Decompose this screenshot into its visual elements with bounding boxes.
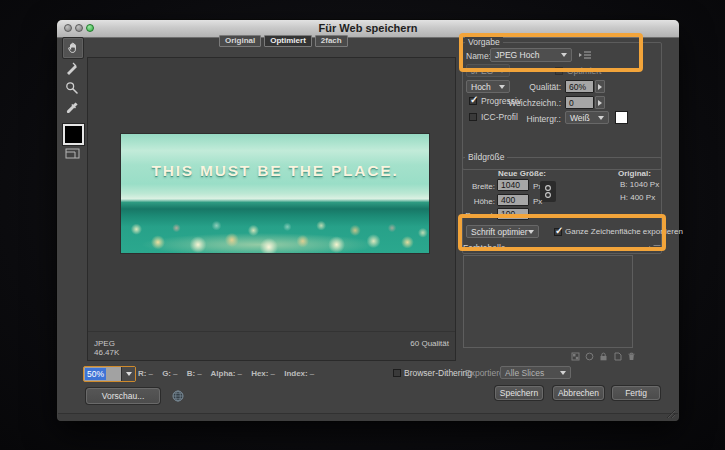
panel-menu-icon (649, 244, 661, 252)
preset-panel-menu-button[interactable] (578, 50, 592, 60)
readout-index-value: – (310, 369, 314, 378)
exportieren-select[interactable]: Alle Slices (500, 366, 571, 379)
status-divider (88, 331, 455, 332)
new-size-label: Neue Größe: (498, 169, 546, 178)
preview-tabs: Original Optimiert 2fach (219, 35, 348, 47)
matte-value: Weiß (566, 113, 598, 123)
fertig-button[interactable]: Fertig (612, 386, 660, 400)
new-color-icon[interactable] (613, 352, 622, 361)
export-artboard-label: Ganze Zeichenfläche exportieren (565, 227, 683, 236)
preset-name-select[interactable]: JPEG Hoch (490, 48, 572, 62)
farbtabelle-panel-menu-button[interactable] (649, 244, 661, 252)
percent-input[interactable]: 100 (497, 208, 529, 220)
readout-b-value: – (197, 369, 201, 378)
window-footer (58, 413, 678, 421)
zoom-dropdown-arrow[interactable] (121, 367, 135, 381)
tab-2fach[interactable]: 2fach (315, 35, 348, 47)
readout-alpha-value: – (237, 369, 241, 378)
eyedropper-icon (65, 101, 79, 115)
preview-image[interactable]: THIS MUST BE THE PLACE. (121, 134, 429, 253)
window-title: Für Web speichern (57, 22, 679, 34)
format-value: JPEG (467, 66, 499, 76)
optimized-checkbox[interactable] (555, 67, 563, 75)
slice-select-icon (65, 61, 79, 75)
foreground-color-swatch[interactable] (63, 124, 84, 145)
readout-g-label: G: (162, 369, 171, 378)
blur-slider-button[interactable] (595, 96, 605, 109)
percent-label: Prozent: (451, 211, 495, 220)
readout-r-value: – (148, 369, 152, 378)
blur-label: Weichzeichn.: (462, 98, 561, 108)
quality-label: Qualität: (482, 82, 561, 92)
farbtabelle-label: Farbtabelle (463, 243, 506, 253)
format-select[interactable]: JPEG (466, 64, 510, 77)
lock-color-icon[interactable] (599, 352, 608, 361)
blur-input[interactable]: 0 (565, 96, 594, 109)
format-readout: JPEG (94, 339, 115, 348)
browser-dithering-checkbox[interactable] (393, 369, 401, 377)
export-artboard-checkbox[interactable]: ✓ (554, 228, 562, 236)
preset-name-value: JPEG Hoch (491, 50, 561, 60)
hand-icon (67, 42, 80, 55)
matte-select[interactable]: Weiß (565, 111, 609, 124)
height-input[interactable]: 400 (497, 194, 529, 206)
color-table[interactable] (463, 255, 633, 348)
original-width-readout: B: 1040 Px (620, 180, 659, 189)
bildgroesse-group-label: Bildgröße (465, 152, 507, 162)
abbrechen-button[interactable]: Abbrechen (553, 386, 604, 400)
preset-name-label: Name: (466, 51, 491, 61)
quality-slider-button[interactable] (595, 80, 605, 93)
titlebar[interactable]: Für Web speichern (57, 20, 679, 38)
tab-optimiert[interactable]: Optimiert (264, 35, 312, 47)
hand-tool-button[interactable] (62, 37, 84, 59)
panel-menu-icon (578, 50, 592, 60)
browser-dithering-label: Browser-Dithering (404, 368, 472, 378)
constrain-proportions-toggle[interactable] (540, 181, 556, 202)
original-size-label: Original: (618, 169, 651, 178)
readout-r-label: R: (138, 369, 146, 378)
zoom-level-select[interactable]: 50% (83, 366, 136, 382)
save-for-web-dialog: Für Web speichern Original Optimiert 2fa… (57, 20, 679, 421)
readout-index-label: Index: (284, 369, 308, 378)
height-label: Höhe: (455, 197, 495, 206)
delete-color-icon[interactable] (627, 352, 636, 361)
optimized-preview-panel[interactable]: THIS MUST BE THE PLACE. JPEG 46.47K 60 Q… (87, 57, 456, 361)
toggle-slices-button[interactable] (65, 148, 80, 159)
tab-original[interactable]: Original (219, 35, 261, 47)
vorschau-button[interactable]: Vorschau... (86, 388, 160, 404)
readout-hex-value: – (270, 369, 274, 378)
eyedropper-tool-button[interactable] (65, 101, 79, 115)
quality-input[interactable]: 60% (565, 80, 594, 93)
quality-mode-select[interactable]: Schrift optimiert (466, 225, 539, 238)
readout-hex-label: Hex: (251, 369, 268, 378)
color-table-actions (571, 352, 636, 361)
preview-in-browser-button[interactable] (172, 390, 184, 402)
original-height-readout: H: 400 Px (620, 193, 655, 202)
quality-readout: 60 Qualität (410, 339, 449, 348)
zoom-icon (65, 81, 79, 95)
web-shift-icon[interactable] (585, 352, 594, 361)
width-label: Breite: (455, 182, 495, 191)
readout-g-value: – (173, 369, 177, 378)
readout-alpha-label: Alpha: (211, 369, 236, 378)
quality-mode-value: Schrift optimiert (467, 227, 528, 237)
color-readout: R:– G:– B:– Alpha:– Hex:– Index:– (138, 369, 321, 378)
readout-b-label: B: (187, 369, 195, 378)
speichern-button[interactable]: Speichern (495, 386, 543, 400)
globe-icon (172, 390, 184, 402)
zoom-tool-button[interactable] (65, 81, 79, 95)
resize-grip[interactable] (665, 408, 676, 419)
toggle-slices-icon (65, 148, 80, 159)
zoom-value: 50% (84, 367, 121, 381)
width-input[interactable]: 1040 (497, 179, 529, 191)
screen-background: Für Web speichern Original Optimiert 2fa… (0, 0, 725, 450)
chain-link-icon (544, 184, 552, 199)
optimized-label: Optimiert (567, 66, 601, 76)
image-caption-text: THIS MUST BE THE PLACE. (121, 162, 429, 180)
matte-label: Hintergr.: (462, 114, 561, 124)
exportieren-value: Alle Slices (501, 368, 560, 378)
dither-icon[interactable] (571, 352, 580, 361)
height-unit: Px (533, 197, 542, 206)
matte-color-swatch[interactable] (615, 111, 628, 124)
slice-select-tool-button[interactable] (65, 61, 79, 75)
